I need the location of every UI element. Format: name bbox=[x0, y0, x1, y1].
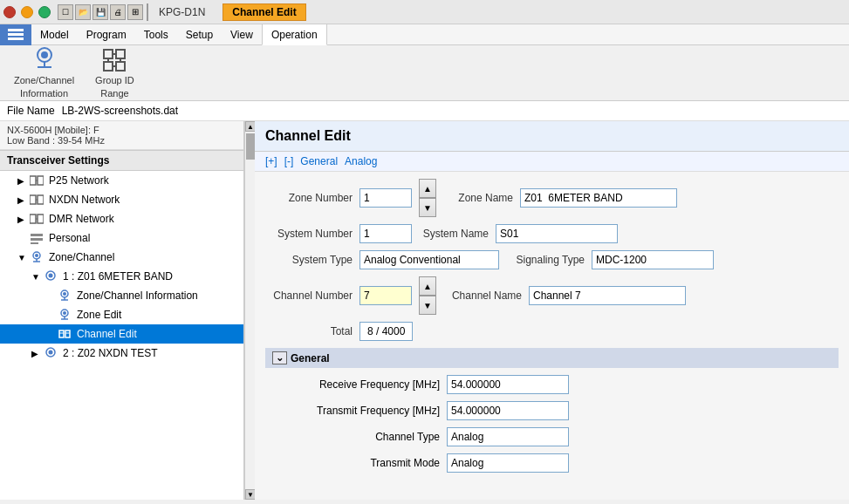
maximize-btn[interactable] bbox=[38, 6, 51, 18]
menu-operation[interactable]: Operation bbox=[262, 24, 327, 45]
content-title: Channel Edit bbox=[255, 121, 849, 152]
filename-label: File Name bbox=[7, 105, 55, 117]
zc-info-label: Zone/Channel Information bbox=[77, 289, 240, 302]
signaling-type-input[interactable] bbox=[592, 250, 714, 269]
channel-number-label: Channel Number bbox=[265, 289, 353, 302]
svg-rect-0 bbox=[8, 29, 24, 31]
form-area: Zone Number ▲ ▼ Zone Name System Number … bbox=[255, 172, 849, 487]
sidebar-item-channel-edit[interactable]: ▶ Channel Edit bbox=[0, 324, 243, 344]
dmr-arrow: ▶ bbox=[17, 215, 28, 224]
channel-number-row: Channel Number ▲ ▼ Channel Name bbox=[265, 276, 839, 315]
svg-rect-21 bbox=[30, 215, 36, 223]
general-section-header: ⌄ General bbox=[265, 348, 839, 368]
zone1-icon bbox=[42, 269, 59, 283]
close-btn[interactable] bbox=[3, 6, 16, 18]
menu-view[interactable]: View bbox=[222, 24, 262, 44]
zone-edit-label: Zone Edit bbox=[77, 309, 240, 321]
transmit-mode-label: Transmit Mode bbox=[265, 457, 440, 469]
menu-program[interactable]: Program bbox=[78, 24, 135, 44]
scroll-thumb[interactable] bbox=[246, 133, 255, 160]
channel-name-input[interactable] bbox=[529, 286, 686, 305]
minimize-btn[interactable] bbox=[21, 6, 33, 18]
zone1-arrow: ▼ bbox=[31, 272, 42, 282]
menu-setup[interactable]: Setup bbox=[177, 24, 222, 44]
system-number-row: System Number System Name bbox=[265, 224, 839, 243]
sidebar-scrollbar[interactable]: ▲ ▼ bbox=[244, 121, 255, 500]
sidebar-item-zone-edit[interactable]: ▶ Zone Edit bbox=[0, 305, 243, 324]
svg-rect-8 bbox=[116, 50, 125, 58]
zone-number-up[interactable]: ▲ bbox=[419, 179, 436, 198]
tb-save[interactable]: 💾 bbox=[92, 4, 108, 20]
tb-extra[interactable]: ⊞ bbox=[127, 4, 143, 20]
sidebar-item-zone1[interactable]: ▼ 1 : Z01 6METER BAND bbox=[0, 267, 243, 286]
signaling-type-label: Signaling Type bbox=[506, 254, 585, 266]
zone-number-input[interactable] bbox=[359, 188, 412, 208]
menu-tools[interactable]: Tools bbox=[135, 24, 177, 44]
sidebar-container: NX-5600H [Mobile]: F Low Band : 39-54 MH… bbox=[0, 121, 255, 500]
system-name-input[interactable] bbox=[496, 224, 618, 243]
zone-name-label: Zone Name bbox=[443, 192, 513, 204]
system-type-input[interactable] bbox=[359, 250, 499, 269]
nav-remove[interactable]: [-] bbox=[284, 155, 294, 167]
sidebar-item-personal[interactable]: ▶ Personal bbox=[0, 228, 243, 248]
nav-analog[interactable]: Analog bbox=[345, 155, 377, 167]
zone-name-input[interactable] bbox=[520, 188, 677, 208]
channel-type-label: Channel Type bbox=[265, 431, 440, 443]
tb-open[interactable]: 📂 bbox=[75, 4, 91, 20]
system-type-row: System Type Signaling Type bbox=[265, 250, 839, 269]
zone-channel-tree-icon bbox=[28, 250, 45, 264]
p25-icon bbox=[28, 174, 45, 187]
toolbar-group-id[interactable]: Group IDRange bbox=[88, 43, 141, 103]
personal-icon bbox=[28, 231, 45, 245]
channel-type-row: Channel Type bbox=[265, 427, 839, 446]
zone-channel-tree-label: Zone/Channel bbox=[49, 251, 240, 263]
tb-print[interactable]: 🖨 bbox=[110, 4, 126, 20]
receive-freq-label: Receive Frequency [MHz] bbox=[265, 378, 440, 391]
p25-arrow: ▶ bbox=[17, 176, 28, 186]
group-id-icon bbox=[100, 46, 128, 74]
zone2-label: 2 : Z02 NXDN TEST bbox=[63, 347, 240, 359]
channel-type-input[interactable] bbox=[447, 427, 569, 446]
svg-rect-24 bbox=[31, 234, 43, 236]
main-layout: NX-5600H [Mobile]: F Low Band : 39-54 MH… bbox=[0, 121, 849, 500]
total-value: 8 / 4000 bbox=[359, 322, 413, 341]
sidebar-item-p25[interactable]: ▶ P25 Network bbox=[0, 171, 243, 190]
svg-rect-10 bbox=[116, 62, 125, 71]
svg-rect-19 bbox=[38, 195, 44, 204]
sidebar-item-nxdn[interactable]: ▶ NXDN Network bbox=[0, 190, 243, 209]
zone2-icon bbox=[42, 346, 59, 360]
svg-rect-16 bbox=[38, 176, 44, 185]
general-section-label: General bbox=[291, 352, 330, 364]
svg-rect-7 bbox=[104, 50, 113, 58]
transmit-freq-input[interactable] bbox=[447, 401, 569, 420]
toolbar: Zone/ChannelInformation Group IDRange bbox=[0, 45, 849, 101]
general-collapse-btn[interactable]: ⌄ bbox=[272, 351, 287, 364]
zone-channel-icon bbox=[31, 46, 58, 74]
toolbar-zone-channel[interactable]: Zone/ChannelInformation bbox=[7, 43, 81, 103]
transmit-mode-input[interactable] bbox=[447, 453, 569, 473]
svg-rect-41 bbox=[59, 330, 64, 337]
menu-model[interactable]: Model bbox=[31, 24, 78, 44]
zone-number-down[interactable]: ▼ bbox=[419, 198, 436, 217]
nav-general[interactable]: General bbox=[300, 155, 338, 167]
svg-rect-15 bbox=[30, 176, 36, 185]
sidebar-item-zone-channel[interactable]: ▼ Zone/Channel bbox=[0, 248, 243, 267]
sidebar-item-zc-info[interactable]: ▶ Zone/Channel Information bbox=[0, 286, 243, 305]
sidebar-item-dmr[interactable]: ▶ DMR Network bbox=[0, 209, 243, 228]
system-number-input[interactable] bbox=[359, 224, 412, 243]
receive-freq-input[interactable] bbox=[447, 375, 569, 394]
transmit-freq-label: Transmit Frequency [MHz] bbox=[265, 405, 440, 417]
nav-add[interactable]: [+] bbox=[265, 155, 277, 167]
channel-number-down[interactable]: ▼ bbox=[419, 296, 436, 315]
nxdn-icon bbox=[28, 193, 45, 207]
nxdn-label: NXDN Network bbox=[49, 194, 240, 206]
channel-number-input[interactable] bbox=[359, 286, 412, 305]
channel-number-up[interactable]: ▲ bbox=[419, 276, 436, 296]
channel-name-label: Channel Name bbox=[443, 289, 522, 302]
svg-rect-9 bbox=[104, 62, 113, 71]
zone1-label: 1 : Z01 6METER BAND bbox=[63, 270, 240, 283]
personal-label: Personal bbox=[49, 232, 240, 244]
zone2-arrow: ▶ bbox=[31, 349, 42, 358]
tb-new[interactable]: ☐ bbox=[58, 4, 73, 20]
sidebar-item-zone2[interactable]: ▶ 2 : Z02 NXDN TEST bbox=[0, 344, 243, 363]
